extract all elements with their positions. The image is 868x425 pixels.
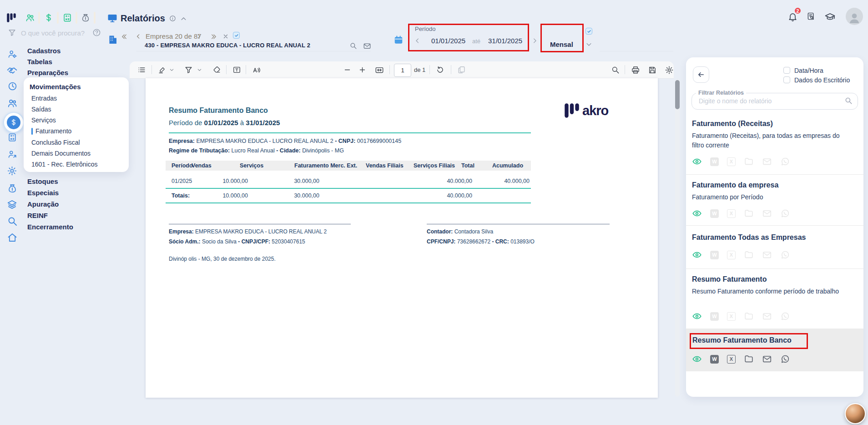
export-folder-icon[interactable] xyxy=(744,208,754,218)
company-mail-icon[interactable] xyxy=(363,42,371,50)
viewer-search-icon[interactable] xyxy=(611,66,620,74)
settings-gear-icon[interactable] xyxy=(7,166,17,176)
print-icon[interactable] xyxy=(631,66,640,75)
submenu-item-servicos[interactable]: Serviços xyxy=(31,116,56,124)
viewer-settings-gear-icon[interactable] xyxy=(665,66,674,75)
preview-eye-icon[interactable] xyxy=(692,354,702,364)
layers-icon[interactable] xyxy=(6,199,18,210)
makro-logo[interactable] xyxy=(5,12,17,24)
dados-escritorio-checkbox[interactable] xyxy=(783,76,790,83)
submenu-item-demais-documentos[interactable]: Demais Documentos xyxy=(31,150,91,157)
help-question-icon[interactable] xyxy=(92,28,101,37)
cadastros-person-icon[interactable] xyxy=(7,49,17,59)
send-whatsapp-icon[interactable] xyxy=(780,311,790,321)
pen-chevron-icon[interactable] xyxy=(197,67,202,72)
export-excel-icon[interactable]: X xyxy=(727,209,736,218)
sidebar-item-movimentacoes[interactable]: Movimentações xyxy=(30,83,81,91)
company-filter-checkbox[interactable] xyxy=(233,32,240,39)
send-whatsapp-icon[interactable] xyxy=(780,157,790,167)
send-whatsapp-icon[interactable] xyxy=(780,250,790,260)
user-avatar[interactable] xyxy=(846,8,863,25)
viewer-scrollbar-thumb[interactable] xyxy=(675,80,680,109)
export-excel-icon[interactable]: X xyxy=(727,251,736,259)
company-search-icon[interactable] xyxy=(349,42,357,50)
filter-reports-input[interactable] xyxy=(698,97,836,105)
report-item-title[interactable]: Faturamento (Receitas) xyxy=(692,120,773,128)
send-whatsapp-icon[interactable] xyxy=(780,354,790,364)
filter-search-icon[interactable] xyxy=(844,96,853,105)
submenu-item-conclusao-fiscal[interactable]: Conclusão Fiscal xyxy=(31,139,80,146)
thumbnails-list-icon[interactable] xyxy=(137,66,146,74)
export-excel-icon[interactable]: X xyxy=(727,312,736,321)
send-email-icon[interactable] xyxy=(762,250,772,260)
export-excel-icon[interactable]: X xyxy=(727,355,736,364)
export-word-icon[interactable]: W xyxy=(710,157,719,166)
calendar-icon[interactable] xyxy=(394,35,404,45)
read-aloud-icon[interactable] xyxy=(252,66,261,75)
moneybag-icon[interactable] xyxy=(81,13,91,23)
datahora-checkbox[interactable] xyxy=(783,67,790,74)
report-item-title[interactable]: Faturamento da empresa xyxy=(692,181,778,189)
save-icon[interactable] xyxy=(648,66,657,75)
export-word-icon[interactable]: W xyxy=(710,209,719,218)
export-word-icon[interactable]: W xyxy=(710,251,719,259)
send-email-icon[interactable] xyxy=(762,208,772,218)
export-folder-icon[interactable] xyxy=(744,250,754,260)
company-clear-icon[interactable] xyxy=(222,33,229,40)
billing-dollar-icon-active[interactable] xyxy=(3,112,24,133)
period-mode-checkbox[interactable] xyxy=(585,28,592,35)
training-graduation-cap-icon[interactable] xyxy=(824,11,836,23)
zoom-out-icon[interactable] xyxy=(343,66,351,74)
sidebar-item-cadastros[interactable]: Cadastros xyxy=(27,47,61,55)
handshake-icon[interactable] xyxy=(6,65,18,76)
panel-back-button[interactable] xyxy=(693,66,709,83)
sidebar-filter-funnel-icon[interactable] xyxy=(8,28,16,37)
preview-eye-icon[interactable] xyxy=(692,250,702,260)
company-last-icon[interactable] xyxy=(210,33,217,40)
eraser-icon[interactable] xyxy=(212,66,221,74)
sidebar-search-input[interactable] xyxy=(20,29,90,37)
report-item-title-selected[interactable]: Resumo Faturamento Banco xyxy=(692,336,792,344)
report-item-title[interactable]: Resumo Faturamento xyxy=(692,275,767,283)
export-word-icon[interactable]: W xyxy=(710,312,719,321)
send-email-icon[interactable] xyxy=(762,311,772,321)
submenu-item-faturamento-active[interactable]: Faturamento xyxy=(35,127,71,135)
zoom-in-icon[interactable] xyxy=(358,66,366,74)
home-icon[interactable] xyxy=(7,232,18,243)
send-email-icon[interactable] xyxy=(762,354,772,364)
export-excel-icon[interactable]: X xyxy=(727,157,736,166)
users-icon[interactable] xyxy=(7,98,18,109)
highlighter-chevron-icon[interactable] xyxy=(169,67,174,72)
person-up-icon[interactable] xyxy=(7,149,17,159)
rotate-icon[interactable] xyxy=(436,66,444,74)
search-rail-icon[interactable] xyxy=(7,216,18,227)
period-next-icon[interactable] xyxy=(531,37,538,44)
send-email-icon[interactable] xyxy=(762,157,772,167)
sidebar-item-apuracao[interactable]: Apuração xyxy=(27,200,59,208)
audit-log-icon[interactable] xyxy=(806,12,816,21)
company-prev-icon[interactable] xyxy=(135,33,141,40)
export-folder-icon[interactable] xyxy=(744,311,754,321)
export-word-icon[interactable]: W xyxy=(710,355,719,364)
sidebar-item-tabelas[interactable]: Tabelas xyxy=(27,58,52,66)
finance-dollar-icon[interactable] xyxy=(44,13,54,23)
clock-icon[interactable] xyxy=(7,81,18,91)
sidebar-item-especiais[interactable]: Especiais xyxy=(27,189,59,197)
viewer-scrollbar-track[interactable] xyxy=(675,79,680,397)
report-item-title[interactable]: Faturamento Todas as Empresas xyxy=(692,233,806,242)
sidebar-item-encerramento[interactable]: Encerramento xyxy=(27,223,73,231)
collapse-chevron-up-icon[interactable] xyxy=(180,15,187,22)
text-box-icon[interactable] xyxy=(232,66,241,74)
support-chat-avatar[interactable] xyxy=(845,403,866,424)
fit-width-icon[interactable] xyxy=(375,66,384,75)
submenu-item-saidas[interactable]: Saídas xyxy=(31,106,51,113)
calculator-rail-icon[interactable] xyxy=(7,132,17,142)
sidebar-item-estoques[interactable]: Estoques xyxy=(27,177,58,185)
submenu-item-entradas[interactable]: Entradas xyxy=(31,95,57,102)
submenu-item-1601-rec-eletronicos[interactable]: 1601 - Rec. Eletrônicos xyxy=(31,161,98,168)
sidebar-item-reinf[interactable]: REINF xyxy=(27,212,48,219)
preview-eye-icon[interactable] xyxy=(692,311,702,321)
two-pages-icon[interactable] xyxy=(457,66,466,74)
page-number-input[interactable] xyxy=(394,64,411,77)
company-next-icon[interactable] xyxy=(196,33,202,40)
